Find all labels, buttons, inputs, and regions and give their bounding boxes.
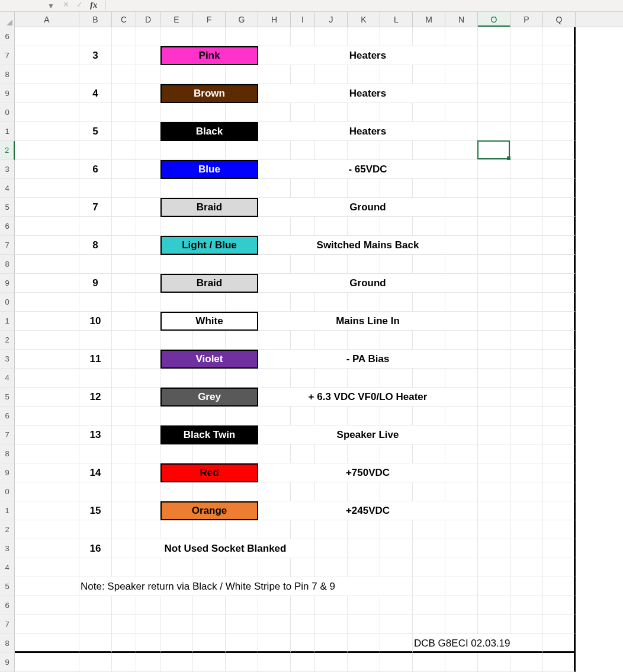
col-header-D[interactable]: D: [136, 12, 160, 27]
cell[interactable]: [315, 558, 348, 577]
pin-number[interactable]: 4: [79, 84, 112, 103]
cell[interactable]: [136, 482, 160, 501]
cell[interactable]: [15, 65, 79, 84]
cell[interactable]: [478, 84, 510, 103]
cell[interactable]: [291, 293, 315, 312]
cell[interactable]: [380, 369, 413, 388]
cell[interactable]: [543, 84, 576, 103]
wire-description[interactable]: - PA Bias: [258, 350, 478, 369]
cell[interactable]: [15, 463, 79, 482]
cell[interactable]: [193, 444, 226, 463]
cell[interactable]: [348, 407, 380, 425]
cell[interactable]: [226, 407, 258, 425]
cell[interactable]: [258, 103, 291, 122]
pin-number[interactable]: 9: [79, 274, 112, 293]
cell[interactable]: [226, 217, 258, 236]
row-header[interactable]: 7: [0, 236, 15, 255]
cell[interactable]: [160, 217, 193, 236]
cell[interactable]: [79, 558, 112, 577]
cell[interactable]: [79, 27, 112, 46]
cell[interactable]: [543, 634, 576, 653]
cell[interactable]: [79, 482, 112, 501]
cell[interactable]: [160, 27, 193, 46]
cell[interactable]: [413, 65, 445, 84]
cell[interactable]: [79, 217, 112, 236]
cell[interactable]: [258, 217, 291, 236]
row-header[interactable]: 8: [0, 634, 15, 653]
cell[interactable]: [478, 312, 510, 331]
cell[interactable]: [315, 615, 348, 634]
cell[interactable]: [258, 293, 291, 312]
pin-number[interactable]: 7: [79, 198, 112, 217]
cell[interactable]: [413, 217, 445, 236]
cell[interactable]: [136, 65, 160, 84]
wire-color-box[interactable]: Blue: [160, 160, 258, 179]
row-header[interactable]: 5: [0, 388, 15, 407]
col-header-Q[interactable]: Q: [543, 12, 576, 27]
row-header[interactable]: 1: [0, 122, 15, 141]
cell[interactable]: [226, 255, 258, 274]
wire-color-box[interactable]: Light / Blue: [160, 236, 258, 255]
cell[interactable]: [543, 217, 576, 236]
cell[interactable]: [510, 198, 543, 217]
cell[interactable]: [112, 103, 136, 122]
cell[interactable]: [543, 179, 576, 198]
cell[interactable]: [15, 293, 79, 312]
cell[interactable]: [510, 293, 543, 312]
cell[interactable]: [478, 46, 510, 65]
cell[interactable]: [79, 255, 112, 274]
cell[interactable]: [510, 179, 543, 198]
cell[interactable]: [136, 596, 160, 615]
cell[interactable]: [79, 444, 112, 463]
cell[interactable]: [543, 444, 576, 463]
cell[interactable]: [478, 236, 510, 255]
wire-description[interactable]: Switched Mains Back: [258, 236, 478, 255]
select-all-corner[interactable]: [0, 12, 15, 27]
wire-description[interactable]: Ground: [258, 274, 478, 293]
cell[interactable]: [226, 634, 258, 653]
cell[interactable]: [226, 65, 258, 84]
cell[interactable]: [543, 615, 576, 634]
cell[interactable]: [79, 520, 112, 539]
col-header-B[interactable]: B: [79, 12, 112, 27]
cell[interactable]: [15, 425, 79, 444]
cell[interactable]: [15, 103, 79, 122]
cell[interactable]: [380, 255, 413, 274]
cell[interactable]: [112, 141, 136, 160]
row-header[interactable]: 9: [0, 84, 15, 103]
cell[interactable]: [15, 46, 79, 65]
cell[interactable]: [112, 558, 136, 577]
cell[interactable]: [478, 198, 510, 217]
cell[interactable]: [136, 46, 160, 65]
cell[interactable]: [193, 634, 226, 653]
row-header[interactable]: 6: [0, 27, 15, 46]
name-box-dropdown-icon[interactable]: ▼: [47, 2, 54, 10]
cell[interactable]: [543, 407, 576, 425]
cell[interactable]: [112, 179, 136, 198]
col-header-L[interactable]: L: [380, 12, 413, 27]
cell[interactable]: [258, 615, 291, 634]
cell[interactable]: [136, 350, 160, 369]
cell[interactable]: [478, 160, 510, 179]
cell[interactable]: [112, 388, 136, 407]
cell[interactable]: [478, 501, 510, 520]
cell[interactable]: [112, 255, 136, 274]
cell[interactable]: [160, 65, 193, 84]
col-header-J[interactable]: J: [315, 12, 348, 27]
cell[interactable]: [478, 27, 510, 46]
cell[interactable]: [15, 160, 79, 179]
cell[interactable]: [380, 615, 413, 634]
col-header-E[interactable]: E: [160, 12, 193, 27]
cell[interactable]: [193, 255, 226, 274]
cell[interactable]: [413, 577, 445, 596]
cell[interactable]: [226, 293, 258, 312]
cell[interactable]: [15, 122, 79, 141]
cell[interactable]: [136, 122, 160, 141]
cell[interactable]: [380, 293, 413, 312]
cell[interactable]: [160, 407, 193, 425]
cell[interactable]: [543, 312, 576, 331]
cell[interactable]: [413, 369, 445, 388]
pin-16-note[interactable]: Not Used Socket Blanked: [136, 539, 315, 558]
cell[interactable]: [478, 558, 510, 577]
cell[interactable]: [380, 331, 413, 350]
